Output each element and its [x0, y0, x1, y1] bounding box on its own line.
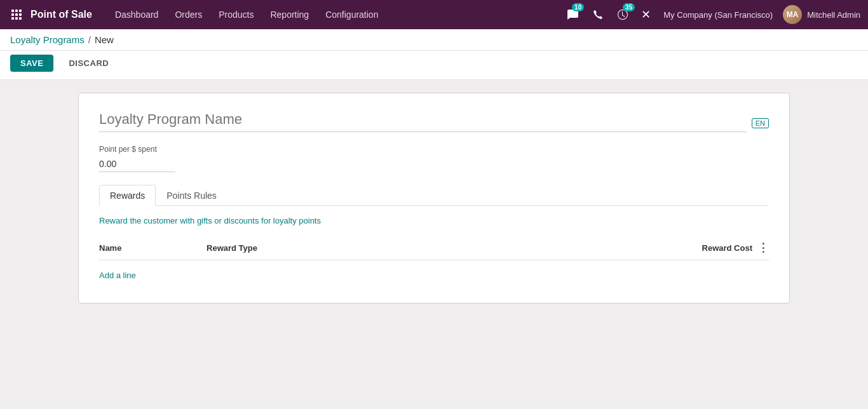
close-button[interactable]: ✕: [639, 5, 653, 24]
reward-description: Reward the customer with gifts or discou…: [99, 216, 769, 225]
points-value[interactable]: 0.00: [99, 156, 175, 172]
chat-badge: 10: [572, 3, 584, 11]
username: Mitchell Admin: [807, 10, 860, 20]
tab-bar: Rewards Points Rules: [99, 185, 769, 206]
lang-badge[interactable]: EN: [752, 118, 769, 128]
nav-right-section: 10 35 ✕ My Company (San Francisco) MA Mi…: [562, 4, 860, 25]
svg-rect-2: [19, 10, 22, 12]
svg-rect-1: [15, 10, 18, 12]
top-navigation: Point of Sale Dashboard Orders Products …: [0, 0, 868, 29]
tab-rewards[interactable]: Rewards: [99, 185, 156, 206]
tab-points-rules[interactable]: Points Rules: [156, 185, 227, 206]
avatar: MA: [783, 5, 802, 24]
program-name-input[interactable]: [99, 109, 747, 132]
activity-icon-button[interactable]: 35: [613, 4, 634, 25]
points-label: Point per $ spent: [99, 145, 769, 154]
chat-icon-button[interactable]: 10: [562, 4, 583, 25]
add-line-row: Add a line: [99, 260, 769, 288]
breadcrumb-current: New: [95, 34, 114, 45]
svg-rect-7: [15, 17, 18, 20]
activity-badge: 35: [623, 3, 635, 11]
add-line-button[interactable]: Add a line: [99, 268, 136, 283]
nav-menu: Dashboard Orders Products Reporting Conf…: [107, 6, 560, 23]
points-per-dollar-field: Point per $ spent 0.00: [99, 145, 769, 172]
apps-grid-icon[interactable]: [8, 6, 25, 23]
main-content: EN Point per $ spent 0.00 Rewards Points…: [0, 80, 868, 405]
svg-rect-4: [15, 13, 18, 16]
col-header-name: Name: [99, 236, 207, 260]
rewards-table: Name Reward Type Reward Cost ⋮ Add a lin…: [99, 236, 769, 288]
col-header-reward-type: Reward Type: [207, 236, 449, 260]
col-header-reward-cost: Reward Cost ⋮: [449, 236, 769, 260]
table-options-icon[interactable]: ⋮: [757, 241, 769, 255]
breadcrumb: Loyalty Programs / New: [0, 29, 868, 51]
program-name-field: EN: [99, 109, 769, 132]
nav-orders[interactable]: Orders: [167, 6, 210, 23]
breadcrumb-parent[interactable]: Loyalty Programs: [10, 34, 85, 45]
phone-icon-button[interactable]: [588, 4, 608, 25]
company-name: My Company (San Francisco): [663, 10, 773, 20]
nav-dashboard[interactable]: Dashboard: [107, 6, 166, 23]
nav-configuration[interactable]: Configuration: [318, 6, 386, 23]
breadcrumb-separator: /: [88, 34, 91, 45]
svg-rect-0: [11, 10, 14, 12]
svg-rect-6: [11, 17, 14, 20]
svg-rect-8: [19, 17, 22, 20]
form-card: EN Point per $ spent 0.00 Rewards Points…: [78, 93, 790, 304]
nav-reporting[interactable]: Reporting: [262, 6, 316, 23]
nav-products[interactable]: Products: [211, 6, 261, 23]
form-toolbar: SAVE DISCARD: [0, 51, 868, 80]
svg-rect-5: [19, 13, 22, 16]
svg-rect-3: [11, 13, 14, 16]
app-title: Point of Sale: [31, 9, 92, 20]
save-button[interactable]: SAVE: [10, 55, 53, 72]
discard-button[interactable]: DISCARD: [58, 55, 119, 72]
